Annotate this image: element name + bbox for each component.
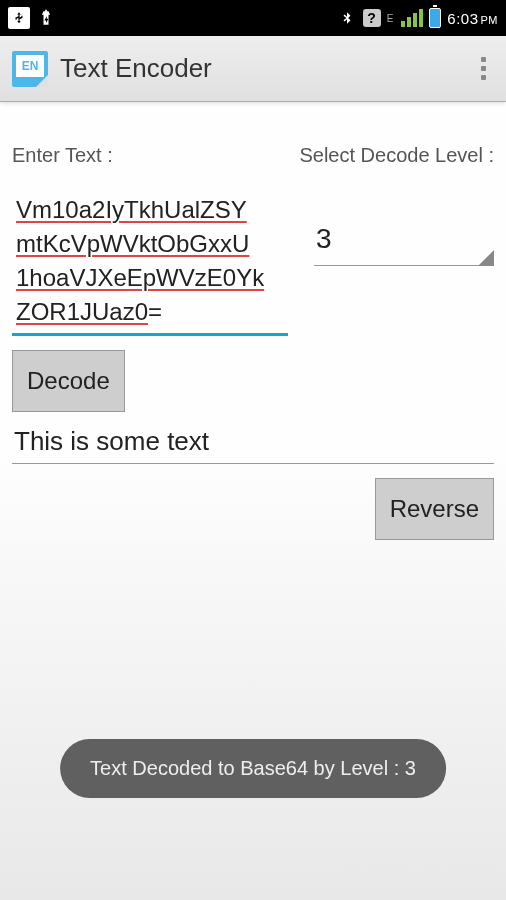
battery-charging-icon [429, 8, 441, 28]
app-title: Text Encoder [60, 53, 212, 84]
main-content: Enter Text : Select Decode Level : Vm10a… [0, 102, 506, 476]
dropdown-icon [478, 250, 494, 266]
help-icon: ? [363, 9, 381, 27]
status-left [8, 7, 56, 29]
select-level-label: Select Decode Level : [299, 144, 494, 167]
clock: 6:03PM [447, 10, 498, 27]
decode-button[interactable]: Decode [12, 350, 125, 412]
decode-level-spinner[interactable]: 3 [314, 217, 494, 266]
action-bar: EN Text Encoder [0, 36, 506, 102]
status-right: ? E 6:03PM [337, 8, 498, 28]
status-bar: ? E 6:03PM [0, 0, 506, 36]
charging-icon [36, 8, 56, 28]
network-type: E [387, 13, 394, 24]
watermark: d cn 当乐网 [344, 852, 494, 886]
output-text: This is some text [14, 426, 209, 456]
signal-icon [401, 9, 423, 27]
decode-level-value: 3 [314, 217, 494, 266]
output-field[interactable]: This is some text [12, 420, 494, 464]
enter-text-label: Enter Text : [12, 144, 113, 167]
toast-message: Text Decoded to Base64 by Level : 3 [60, 739, 446, 798]
overflow-menu-button[interactable] [473, 49, 494, 88]
clock-time: 6:03 [447, 10, 478, 27]
svg-point-0 [371, 873, 374, 876]
bluetooth-icon [337, 8, 357, 28]
usb-icon [8, 7, 30, 29]
text-input[interactable]: Vm10a2IyTkhUalZSYmtKcVpWVktObGxxU1hoaVJX… [12, 193, 288, 336]
app-icon-label: EN [16, 55, 44, 77]
clock-period: PM [481, 14, 499, 26]
app-icon: EN [12, 51, 48, 87]
reverse-button[interactable]: Reverse [375, 478, 494, 540]
